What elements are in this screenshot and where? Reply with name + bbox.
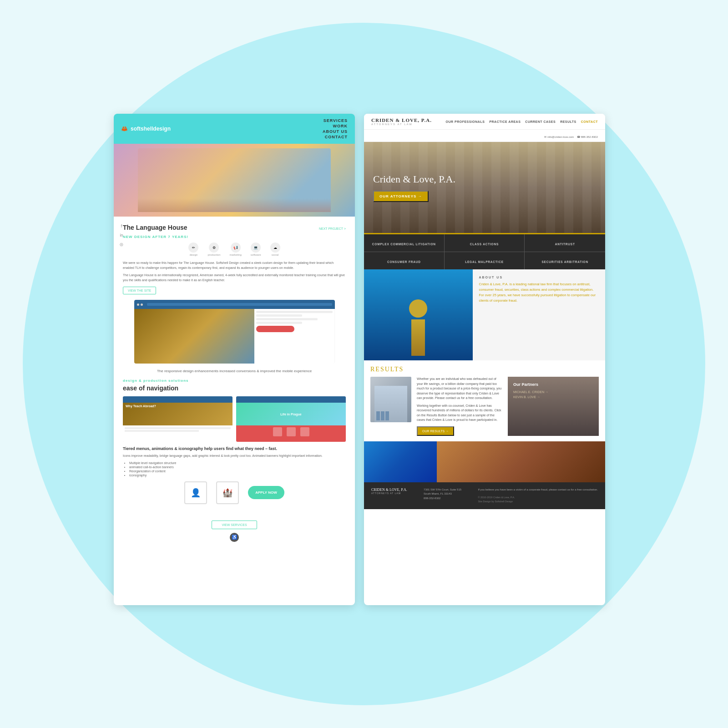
bottom-icon-3 (300, 427, 309, 436)
statue-head (409, 299, 427, 318)
bullet-list: Multiple level navigation structure anim… (123, 461, 346, 477)
software-icon: 💻 (251, 243, 261, 253)
left-header: 🦀 softshelldesign SERVICES WORK ABOUT US… (114, 114, 355, 144)
icon-person: 👤 (184, 481, 207, 504)
design-label: design (190, 253, 198, 256)
bottom-actions: VIEW SERVICES ♿ (114, 516, 355, 546)
practice-class-actions[interactable]: CLASS ACTIONS (445, 234, 525, 252)
footer-copyright: © 2010-2019 Criden & Love, P.A. (478, 495, 598, 500)
our-attorneys-button[interactable]: OUR ATTORNEYS → (373, 191, 429, 202)
law-header-left: CRIDEN & LOVE, P.A. ATTORNEYS AT LAW (371, 117, 432, 126)
crab-icon: 🦀 (121, 126, 128, 132)
linkedin-icon[interactable]: in (118, 232, 125, 238)
nav-work[interactable]: WORK (333, 124, 348, 128)
bottom-icons (236, 425, 346, 438)
results-text-2: Working together with co-counsel, Criden… (417, 404, 502, 423)
brand-name: softshelldesign (131, 126, 171, 132)
nav-contact-left[interactable]: CONTACT (325, 135, 348, 139)
content-line-1 (125, 427, 231, 429)
production-icon: ⚙ (209, 243, 219, 253)
content-line-2 (125, 430, 199, 432)
practice-antitrust[interactable]: ANTITRUST (525, 234, 605, 252)
partner-1-name: MICHAEL E. CRIDEN → (513, 390, 548, 394)
dual-bottom-red (236, 425, 346, 442)
practice-text-2: CLASS ACTIONS (470, 243, 499, 246)
building-visual (374, 386, 407, 422)
nav-about[interactable]: ABOUT US (323, 129, 348, 134)
results-title: RESULTS (370, 366, 599, 373)
nav-services[interactable]: SERVICES (324, 118, 348, 123)
law-firm-name: CRIDEN & LOVE, P.A. (371, 117, 432, 123)
icon-production: ⚙ production (207, 243, 220, 256)
footer-address-line2: South Miami, FL 33143 (424, 492, 461, 496)
caption-desc: Icons improve readability, bridge langua… (123, 454, 346, 459)
project-title: The Language House (123, 224, 187, 231)
description-1: We were so ready to make this happen for… (123, 261, 346, 270)
our-results-button[interactable]: OUR RESULTS → (417, 426, 454, 436)
left-panel: 🦀 softshelldesign SERVICES WORK ABOUT US… (114, 114, 355, 605)
partner-2[interactable]: KEVIN B. LOVE → (513, 395, 593, 399)
mockup-image-left (134, 309, 255, 364)
practice-areas-grid: COMPLEX COMMERCIAL LITIGATION CLASS ACTI… (364, 233, 605, 269)
email-text: info@criden-love.com (547, 136, 574, 138)
icon-design: ✏ design (188, 243, 198, 256)
facebook-icon[interactable]: f (118, 223, 125, 229)
practice-consumer-fraud[interactable]: CONSUMER FRAUD (364, 252, 445, 269)
dual-body-img-2: Life in Prague (236, 403, 346, 425)
description-2: The Language House is an internationally… (123, 273, 346, 283)
nav-our-professionals[interactable]: OUR PROFESSIONALS (445, 120, 485, 123)
mockup-body (134, 309, 335, 364)
results-text-area: Whether you are an individual who was de… (417, 377, 502, 436)
dual-content-1 (123, 425, 233, 442)
instagram-icon[interactable]: ◎ (118, 241, 125, 248)
results-text-1: Whether you are an individual who was de… (417, 377, 502, 401)
practice-securities[interactable]: SECURITIES ARBITRATION (525, 252, 605, 269)
view-site-button[interactable]: VIEW THE SITE (123, 287, 156, 294)
practice-complex-litigation[interactable]: COMPLEX COMMERCIAL LITIGATION (364, 234, 445, 252)
social-label: social (272, 253, 278, 256)
partner-1[interactable]: MICHAEL E. CRIDEN → (513, 390, 593, 394)
nav-contact-right[interactable]: CONTACT (581, 120, 598, 123)
bottom-icon-1 (273, 427, 282, 436)
bullet-4: iconography (129, 474, 346, 477)
dual-bottom-images (364, 441, 605, 482)
results-content: Whether you are an individual who was de… (370, 377, 599, 436)
law-header: CRIDEN & LOVE, P.A. ATTORNEYS AT LAW OUR… (364, 114, 605, 130)
social-icons: f in ◎ (118, 223, 125, 248)
mockup-content-right (254, 309, 334, 364)
partner-2-name: KEVIN B. LOVE → (513, 395, 540, 399)
view-services-button[interactable]: VIEW SERVICES (212, 521, 257, 529)
bottom-gavel-image (437, 441, 605, 482)
screenshot-mockup (134, 300, 335, 364)
marketing-icon: 📢 (231, 243, 241, 253)
nav-results[interactable]: RESULTS (560, 120, 576, 123)
law-footer: CRIDEN & LOVE, P.A. ATTORNEYS AT LAW 730… (364, 482, 605, 509)
contact-info-bar: ✉ info@criden-love.com ☎ 888-352-8302 (364, 130, 605, 142)
practice-text-3: ANTITRUST (555, 243, 575, 246)
window-1 (376, 411, 380, 420)
nav-current-cases[interactable]: CURRENT CASES (525, 120, 556, 123)
cta-button-mockup (256, 326, 294, 332)
icon-software: 💻 software (251, 243, 261, 256)
practice-legal-malpractice[interactable]: LEGAL MALPRACTICE (445, 252, 525, 269)
mockup-line-1 (256, 311, 333, 313)
contact-email: ✉ info@criden-love.com ☎ 888-352-8302 (544, 136, 598, 138)
nav-practice-areas[interactable]: PRACTICE AREAS (489, 120, 521, 123)
subtitle-tag: NEW DESIGN AFTER 7 YEARS! (123, 235, 346, 239)
dual-header-1 (123, 396, 233, 403)
apply-now-button[interactable]: APPLY NOW (248, 486, 284, 499)
building-windows (374, 410, 407, 422)
bottom-icon-2 (287, 427, 296, 436)
bullet-2: animated call-to-action banners (129, 465, 346, 469)
footer-phone: 888-352-8302 (424, 496, 461, 501)
practice-text-6: SECURITIES ARBITRATION (541, 260, 588, 263)
next-project-btn[interactable]: NEXT PROJECT > (319, 227, 346, 230)
mockup-line-2 (256, 314, 302, 317)
results-section-wrapper: RESULTS Whether you are an individual wh… (364, 360, 605, 441)
practice-text-1: COMPLEX COMMERCIAL LITIGATION (372, 243, 436, 246)
about-us-label: ABOUT US (479, 276, 599, 279)
bottom-building-image (364, 441, 437, 482)
marketing-label: marketing (230, 253, 242, 256)
gavel-image-full (437, 441, 605, 482)
icon-marketing: 📢 marketing (230, 243, 242, 256)
